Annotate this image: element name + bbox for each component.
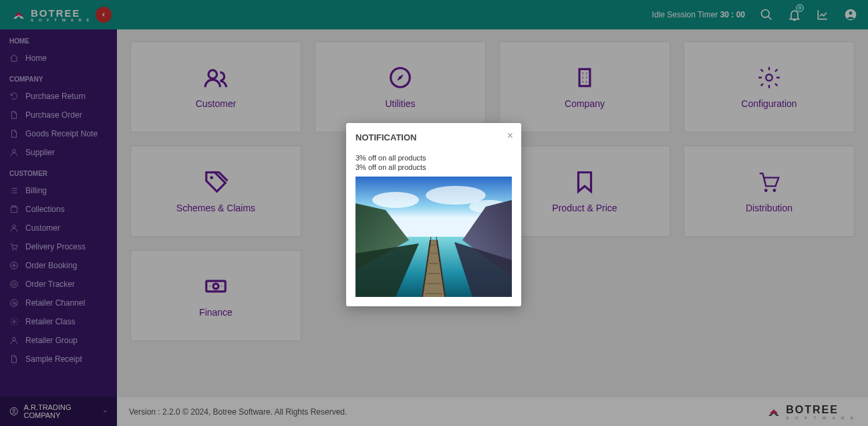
modal-line-0: 3% off on all products [355,153,512,163]
svg-point-30 [372,192,419,208]
modal-title: NOTIFICATION [355,132,512,142]
modal-line-1: 3% off on all products [355,163,512,172]
lake-scene-image [355,177,512,297]
modal-close-button[interactable]: × [507,130,513,142]
notification-modal: NOTIFICATION × 3% off on all products 3%… [346,123,521,306]
modal-body: 3% off on all products 3% off on all pro… [355,153,512,297]
modal-image [355,177,512,297]
